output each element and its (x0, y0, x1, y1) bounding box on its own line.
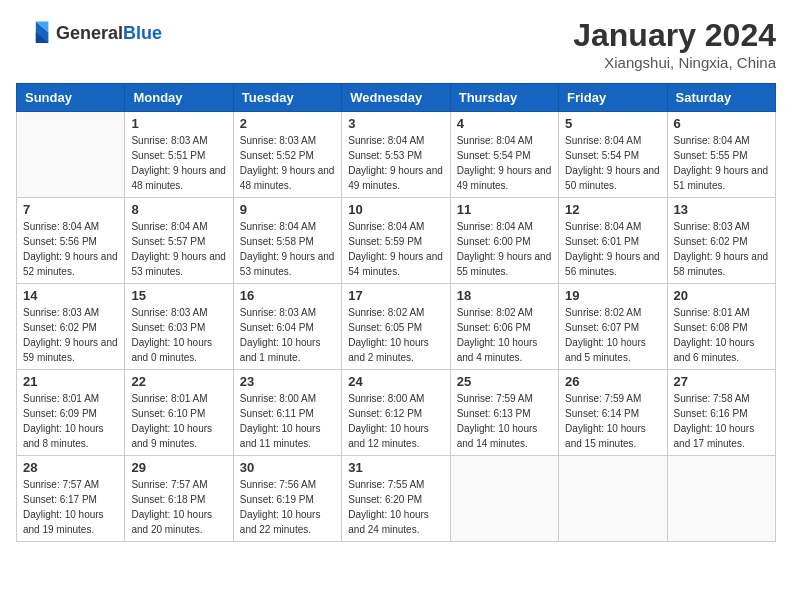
calendar-cell: 2Sunrise: 8:03 AMSunset: 5:52 PMDaylight… (233, 112, 341, 198)
day-detail: Sunrise: 8:03 AMSunset: 6:03 PMDaylight:… (131, 305, 226, 365)
day-detail: Sunrise: 8:03 AMSunset: 5:51 PMDaylight:… (131, 133, 226, 193)
column-header-sunday: Sunday (17, 84, 125, 112)
week-row-5: 28Sunrise: 7:57 AMSunset: 6:17 PMDayligh… (17, 456, 776, 542)
day-detail: Sunrise: 8:04 AMSunset: 5:54 PMDaylight:… (457, 133, 552, 193)
day-number: 9 (240, 202, 335, 217)
calendar-cell: 4Sunrise: 8:04 AMSunset: 5:54 PMDaylight… (450, 112, 558, 198)
day-number: 4 (457, 116, 552, 131)
day-detail: Sunrise: 8:04 AMSunset: 5:54 PMDaylight:… (565, 133, 660, 193)
day-detail: Sunrise: 8:02 AMSunset: 6:07 PMDaylight:… (565, 305, 660, 365)
calendar-cell: 11Sunrise: 8:04 AMSunset: 6:00 PMDayligh… (450, 198, 558, 284)
calendar-title: January 2024 (573, 16, 776, 54)
calendar-cell: 13Sunrise: 8:03 AMSunset: 6:02 PMDayligh… (667, 198, 775, 284)
day-detail: Sunrise: 7:57 AMSunset: 6:17 PMDaylight:… (23, 477, 118, 537)
day-detail: Sunrise: 8:03 AMSunset: 6:02 PMDaylight:… (23, 305, 118, 365)
calendar-cell (559, 456, 667, 542)
calendar-cell: 8Sunrise: 8:04 AMSunset: 5:57 PMDaylight… (125, 198, 233, 284)
day-detail: Sunrise: 7:59 AMSunset: 6:13 PMDaylight:… (457, 391, 552, 451)
calendar-cell: 19Sunrise: 8:02 AMSunset: 6:07 PMDayligh… (559, 284, 667, 370)
calendar-cell: 30Sunrise: 7:56 AMSunset: 6:19 PMDayligh… (233, 456, 341, 542)
day-number: 3 (348, 116, 443, 131)
day-number: 14 (23, 288, 118, 303)
day-number: 12 (565, 202, 660, 217)
calendar-cell: 25Sunrise: 7:59 AMSunset: 6:13 PMDayligh… (450, 370, 558, 456)
day-detail: Sunrise: 8:04 AMSunset: 5:56 PMDaylight:… (23, 219, 118, 279)
day-number: 20 (674, 288, 769, 303)
day-detail: Sunrise: 8:02 AMSunset: 6:06 PMDaylight:… (457, 305, 552, 365)
column-header-tuesday: Tuesday (233, 84, 341, 112)
calendar-cell: 23Sunrise: 8:00 AMSunset: 6:11 PMDayligh… (233, 370, 341, 456)
day-detail: Sunrise: 7:58 AMSunset: 6:16 PMDaylight:… (674, 391, 769, 451)
day-detail: Sunrise: 8:00 AMSunset: 6:12 PMDaylight:… (348, 391, 443, 451)
calendar-cell: 6Sunrise: 8:04 AMSunset: 5:55 PMDaylight… (667, 112, 775, 198)
day-detail: Sunrise: 8:03 AMSunset: 5:52 PMDaylight:… (240, 133, 335, 193)
calendar-cell (450, 456, 558, 542)
page-header: GeneralBlue January 2024 Xiangshui, Ning… (16, 16, 776, 71)
day-number: 16 (240, 288, 335, 303)
calendar-cell: 5Sunrise: 8:04 AMSunset: 5:54 PMDaylight… (559, 112, 667, 198)
calendar-cell: 26Sunrise: 7:59 AMSunset: 6:14 PMDayligh… (559, 370, 667, 456)
calendar-cell: 12Sunrise: 8:04 AMSunset: 6:01 PMDayligh… (559, 198, 667, 284)
day-detail: Sunrise: 8:01 AMSunset: 6:09 PMDaylight:… (23, 391, 118, 451)
logo-icon (16, 16, 52, 52)
logo: GeneralBlue (16, 16, 162, 52)
calendar-cell: 27Sunrise: 7:58 AMSunset: 6:16 PMDayligh… (667, 370, 775, 456)
column-header-monday: Monday (125, 84, 233, 112)
day-number: 6 (674, 116, 769, 131)
day-detail: Sunrise: 7:57 AMSunset: 6:18 PMDaylight:… (131, 477, 226, 537)
day-detail: Sunrise: 7:56 AMSunset: 6:19 PMDaylight:… (240, 477, 335, 537)
day-number: 11 (457, 202, 552, 217)
week-row-4: 21Sunrise: 8:01 AMSunset: 6:09 PMDayligh… (17, 370, 776, 456)
calendar-cell: 9Sunrise: 8:04 AMSunset: 5:58 PMDaylight… (233, 198, 341, 284)
column-header-friday: Friday (559, 84, 667, 112)
calendar-cell: 28Sunrise: 7:57 AMSunset: 6:17 PMDayligh… (17, 456, 125, 542)
logo-text: GeneralBlue (56, 24, 162, 44)
day-number: 7 (23, 202, 118, 217)
day-detail: Sunrise: 8:01 AMSunset: 6:08 PMDaylight:… (674, 305, 769, 365)
day-number: 24 (348, 374, 443, 389)
day-number: 25 (457, 374, 552, 389)
calendar-table: SundayMondayTuesdayWednesdayThursdayFrid… (16, 83, 776, 542)
day-number: 10 (348, 202, 443, 217)
day-detail: Sunrise: 8:04 AMSunset: 6:01 PMDaylight:… (565, 219, 660, 279)
calendar-cell (667, 456, 775, 542)
calendar-cell: 24Sunrise: 8:00 AMSunset: 6:12 PMDayligh… (342, 370, 450, 456)
calendar-cell: 22Sunrise: 8:01 AMSunset: 6:10 PMDayligh… (125, 370, 233, 456)
calendar-subtitle: Xiangshui, Ningxia, China (573, 54, 776, 71)
week-row-1: 1Sunrise: 8:03 AMSunset: 5:51 PMDaylight… (17, 112, 776, 198)
column-header-saturday: Saturday (667, 84, 775, 112)
calendar-cell: 20Sunrise: 8:01 AMSunset: 6:08 PMDayligh… (667, 284, 775, 370)
day-detail: Sunrise: 7:59 AMSunset: 6:14 PMDaylight:… (565, 391, 660, 451)
day-number: 31 (348, 460, 443, 475)
day-detail: Sunrise: 8:00 AMSunset: 6:11 PMDaylight:… (240, 391, 335, 451)
calendar-header-row: SundayMondayTuesdayWednesdayThursdayFrid… (17, 84, 776, 112)
calendar-cell: 10Sunrise: 8:04 AMSunset: 5:59 PMDayligh… (342, 198, 450, 284)
calendar-cell: 31Sunrise: 7:55 AMSunset: 6:20 PMDayligh… (342, 456, 450, 542)
day-number: 27 (674, 374, 769, 389)
calendar-cell: 21Sunrise: 8:01 AMSunset: 6:09 PMDayligh… (17, 370, 125, 456)
day-number: 2 (240, 116, 335, 131)
calendar-cell: 16Sunrise: 8:03 AMSunset: 6:04 PMDayligh… (233, 284, 341, 370)
day-detail: Sunrise: 8:03 AMSunset: 6:04 PMDaylight:… (240, 305, 335, 365)
calendar-cell: 3Sunrise: 8:04 AMSunset: 5:53 PMDaylight… (342, 112, 450, 198)
calendar-cell: 14Sunrise: 8:03 AMSunset: 6:02 PMDayligh… (17, 284, 125, 370)
day-number: 15 (131, 288, 226, 303)
calendar-cell: 18Sunrise: 8:02 AMSunset: 6:06 PMDayligh… (450, 284, 558, 370)
day-number: 18 (457, 288, 552, 303)
day-detail: Sunrise: 8:04 AMSunset: 5:59 PMDaylight:… (348, 219, 443, 279)
calendar-cell: 1Sunrise: 8:03 AMSunset: 5:51 PMDaylight… (125, 112, 233, 198)
day-number: 5 (565, 116, 660, 131)
day-detail: Sunrise: 8:04 AMSunset: 5:53 PMDaylight:… (348, 133, 443, 193)
calendar-cell: 15Sunrise: 8:03 AMSunset: 6:03 PMDayligh… (125, 284, 233, 370)
day-number: 23 (240, 374, 335, 389)
day-detail: Sunrise: 8:04 AMSunset: 5:55 PMDaylight:… (674, 133, 769, 193)
title-block: January 2024 Xiangshui, Ningxia, China (573, 16, 776, 71)
column-header-wednesday: Wednesday (342, 84, 450, 112)
day-detail: Sunrise: 8:01 AMSunset: 6:10 PMDaylight:… (131, 391, 226, 451)
day-number: 26 (565, 374, 660, 389)
day-number: 29 (131, 460, 226, 475)
calendar-cell: 17Sunrise: 8:02 AMSunset: 6:05 PMDayligh… (342, 284, 450, 370)
column-header-thursday: Thursday (450, 84, 558, 112)
calendar-cell: 7Sunrise: 8:04 AMSunset: 5:56 PMDaylight… (17, 198, 125, 284)
day-detail: Sunrise: 8:02 AMSunset: 6:05 PMDaylight:… (348, 305, 443, 365)
